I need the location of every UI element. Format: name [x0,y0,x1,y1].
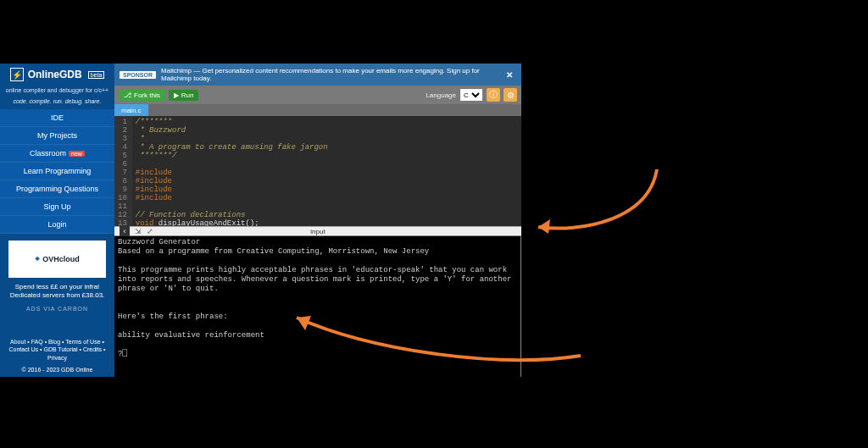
fork-icon: ⎇ [124,91,131,99]
footer-link[interactable]: About [10,339,31,345]
sidebar-item-my-projects[interactable]: My Projects [0,127,114,145]
language-label: Language [426,91,456,99]
promo-box[interactable]: ❖ OVHcloud [8,241,106,278]
brand-beta: beta [88,71,105,79]
footer-link[interactable]: Contact Us [9,346,44,352]
promo-logo: OVHcloud [42,255,80,263]
info-button[interactable]: ⓘ [487,88,500,102]
footer-links: AboutFAQBlogTerms of UseContact UsGDB Tu… [0,336,114,364]
io-splitter[interactable]: ‹ ⇲ ⤢ input [114,226,521,236]
footer-link[interactable]: Blog [48,339,65,345]
output-console[interactable]: Buzzword Generator Based on a programme … [114,236,521,377]
file-tab-main[interactable]: main.c [114,104,148,116]
footer-link[interactable]: Privacy [47,355,67,361]
footer-copyright: © 2016 - 2023 GDB Online [0,364,114,377]
footer-link[interactable]: GDB Tutorial [43,346,82,352]
shrink-icon[interactable]: ⇲ [135,227,142,235]
close-icon[interactable]: ✕ [503,70,516,80]
run-button[interactable]: ▶ Run [169,90,199,101]
brand-motto: code. compile. run. debug. share. [0,95,114,109]
line-gutter: 1 2 3 4 5 6 7 8 9 10 11 12 13 [114,116,132,226]
logo-icon: ⚡ [10,68,24,81]
code-area[interactable]: /******* * Buzzword * * A program to cre… [132,116,331,226]
footer-link[interactable]: Credits [83,346,106,352]
sidebar: ⚡ OnlineGDB beta online compiler and deb… [0,64,114,377]
fork-button[interactable]: ⎇ Fork this [119,90,165,101]
chevron-left-icon[interactable]: ‹ [120,226,130,236]
promo-text: Spend less ££ on your infra! Dedicated s… [0,281,114,302]
sidebar-item-sign-up[interactable]: Sign Up [0,198,114,216]
gear-icon: ⚙ [507,91,515,100]
logo-row: ⚡ OnlineGDB beta [0,64,114,86]
brand-subtitle: online compiler and debugger for c/c++ [0,86,114,95]
sponsor-bar: SPONSOR Mailchimp — Get personalized con… [114,64,521,86]
nav-list: IDEMy ProjectsClassroomnewLearn Programm… [0,109,114,234]
language-select[interactable]: C [459,88,483,102]
expand-icon[interactable]: ⤢ [147,227,153,235]
new-badge: new [69,151,85,157]
sponsor-text[interactable]: Mailchimp — Get personalized content rec… [161,67,498,82]
sidebar-item-classroom[interactable]: Classroomnew [0,145,114,163]
sidebar-item-ide[interactable]: IDE [0,109,114,127]
sidebar-item-login[interactable]: Login [0,216,114,234]
settings-button[interactable]: ⚙ [504,88,517,102]
file-tab-bar: main.c [114,104,521,116]
ads-label[interactable]: ADS VIA CARBON [0,302,114,318]
sidebar-item-learn-programming[interactable]: Learn Programming [0,163,114,180]
annotation-arrow-1 [521,161,674,237]
sidebar-item-programming-questions[interactable]: Programming Questions [0,180,114,198]
code-editor[interactable]: 1 2 3 4 5 6 7 8 9 10 11 12 13 /******* *… [114,116,521,226]
play-icon: ▶ [174,91,179,99]
toolbar: ⎇ Fork this ▶ Run Language C ⓘ ⚙ [114,86,521,104]
footer-link[interactable]: FAQ [31,339,48,345]
splitter-label: input [310,228,325,235]
brand-name: OnlineGDB [28,69,82,80]
main-panel: SPONSOR Mailchimp — Get personalized con… [114,64,521,377]
app-window: ⚡ OnlineGDB beta online compiler and deb… [0,64,521,377]
sponsor-tag: SPONSOR [120,71,156,79]
svg-marker-0 [538,219,550,234]
footer-link[interactable]: Terms of Use [65,339,104,345]
